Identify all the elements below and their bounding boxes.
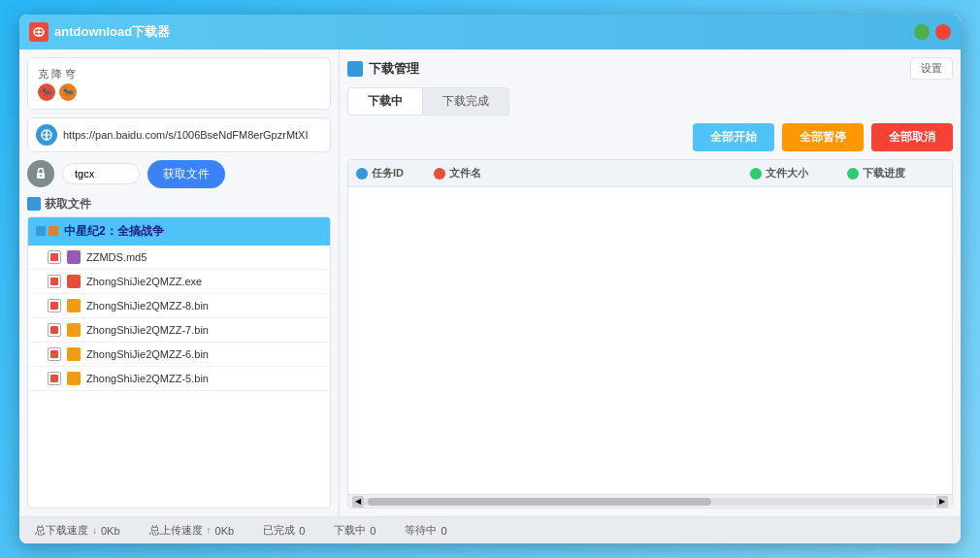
checkbox-6[interactable] — [48, 372, 61, 385]
settings-button[interactable]: 设置 — [910, 57, 953, 80]
cancel-all-button[interactable]: 全部取消 — [871, 123, 953, 151]
th-progress-label: 下载进度 — [863, 166, 905, 181]
title-bar: antdownload下载器 — [19, 15, 961, 49]
status-bar: 总下载速度 ↓ 0Kb 总上传速度 ↑ 0Kb 已完成 0 下载中 0 等待中 … — [19, 516, 961, 543]
list-item[interactable]: ZhongShiJie2QMZZ-8.bin — [28, 294, 330, 318]
th-task-id-icon — [356, 168, 368, 180]
tree-root[interactable]: 中星纪2：全搞战争 — [28, 217, 330, 246]
section-header-icon — [27, 197, 41, 211]
completed-value: 0 — [299, 525, 305, 537]
list-item[interactable]: ZhongShiJie2QMZZ-7.bin — [28, 318, 330, 343]
window-controls — [914, 24, 951, 40]
horizontal-scrollbar[interactable]: ◀ ▶ — [348, 494, 952, 508]
download-speed-item: 总下载速度 ↓ 0Kb — [35, 523, 120, 538]
list-item[interactable]: ZhongShiJie2QMZZ-5.bin — [28, 367, 330, 391]
close-button[interactable] — [935, 24, 951, 40]
upload-speed-label: 总上传速度 — [149, 523, 203, 538]
file-name-5: ZhongShiJie2QMZZ-6.bin — [86, 348, 209, 360]
left-panel: 克 降 穹 🐜 🐜 — [19, 49, 340, 516]
file-icon-bin4 — [67, 372, 81, 385]
checkbox-5[interactable] — [48, 347, 61, 361]
start-all-button[interactable]: 全部开始 — [693, 123, 774, 151]
table-header: 任务ID 文件名 文件大小 下载进度 — [348, 160, 952, 187]
file-icon-exe — [67, 275, 81, 288]
download-manager-title: 下载管理 — [347, 60, 419, 78]
svg-point-3 — [38, 31, 41, 34]
download-arrow-icon: ↓ — [92, 525, 97, 536]
download-speed-label: 总下载速度 — [35, 523, 88, 538]
tab-completed[interactable]: 下载完成 — [423, 87, 509, 115]
right-header: 下载管理 设置 — [347, 57, 953, 80]
downloading-label: 下载中 — [334, 523, 366, 538]
logo-char-1: 克 降 穹 — [38, 66, 77, 83]
waiting-value: 0 — [441, 525, 446, 537]
upload-speed-value: 0Kb — [215, 525, 235, 537]
pause-all-button[interactable]: 全部暂停 — [782, 123, 864, 151]
password-area: 获取文件 — [27, 160, 331, 188]
minimize-button[interactable] — [914, 24, 930, 40]
file-name-4: ZhongShiJie2QMZZ-7.bin — [86, 324, 209, 336]
logo-text: 克 降 穹 🐜 🐜 — [38, 66, 77, 101]
download-manager-icon — [347, 61, 363, 77]
th-task-id: 任务ID — [356, 166, 434, 181]
upload-arrow-icon: ↑ — [207, 525, 212, 536]
checkbox-3[interactable] — [48, 299, 61, 312]
file-name-2: ZhongShiJie2QMZZ.exe — [86, 276, 202, 287]
logo-icons: 🐜 🐜 — [38, 83, 77, 101]
file-icon-md5 — [67, 250, 81, 264]
table-body — [348, 187, 952, 494]
th-file-name-label: 文件名 — [449, 166, 481, 181]
list-item[interactable]: ZZMDS.md5 — [28, 246, 330, 270]
list-item[interactable]: ZhongShiJie2QMZZ.exe — [28, 270, 330, 294]
right-panel: 下载管理 设置 下载中 下载完成 全部开始 全部暂停 全部取消 — [340, 49, 961, 516]
url-icon — [36, 124, 57, 146]
fetch-button[interactable]: 获取文件 — [147, 160, 225, 188]
th-progress: 下载进度 — [847, 166, 944, 181]
download-manager-label: 下载管理 — [369, 60, 419, 78]
th-file-size-icon — [750, 168, 762, 180]
waiting-label: 等待中 — [405, 523, 437, 538]
th-task-id-label: 任务ID — [372, 166, 404, 181]
url-input[interactable] — [63, 129, 322, 141]
th-file-size: 文件大小 — [750, 166, 847, 181]
svg-point-7 — [40, 175, 42, 177]
tree-root-icon — [36, 226, 58, 236]
checkbox-2[interactable] — [48, 275, 61, 288]
th-file-name-icon — [434, 168, 445, 180]
tabs-row: 下载中 下载完成 — [347, 87, 953, 115]
logo-area: 克 降 穹 🐜 🐜 — [27, 57, 331, 110]
scrollbar-track[interactable] — [364, 498, 936, 506]
downloading-value: 0 — [370, 525, 376, 537]
checkbox-4[interactable] — [48, 323, 61, 337]
th-file-size-label: 文件大小 — [766, 166, 808, 181]
file-name-1: ZZMDS.md5 — [86, 251, 147, 263]
tree-icon-2 — [49, 226, 58, 236]
waiting-item: 等待中 0 — [405, 523, 446, 538]
download-speed-value: 0Kb — [101, 525, 120, 537]
th-progress-icon — [847, 168, 859, 180]
tree-root-label: 中星纪2：全搞战争 — [64, 223, 164, 240]
completed-item: 已完成 0 — [263, 523, 305, 538]
password-input[interactable] — [62, 163, 140, 184]
file-icon-bin1 — [67, 299, 81, 312]
action-buttons: 全部开始 全部暂停 全部取消 — [347, 123, 953, 151]
file-tree[interactable]: 中星纪2：全搞战争 ZZMDS.md5 ZhongShiJie2QMZZ.exe — [27, 216, 331, 509]
downloading-item: 下载中 0 — [334, 523, 376, 538]
left-section-header: 获取文件 — [27, 196, 331, 213]
title-bar-text: antdownload下载器 — [54, 23, 170, 41]
completed-label: 已完成 — [263, 523, 295, 538]
file-name-3: ZhongShiJie2QMZZ-8.bin — [86, 300, 209, 312]
scrollbar-thumb[interactable] — [368, 498, 711, 506]
upload-speed-item: 总上传速度 ↑ 0Kb — [149, 523, 235, 538]
th-file-name: 文件名 — [434, 166, 750, 181]
scroll-left-arrow[interactable]: ◀ — [352, 496, 364, 508]
list-item[interactable]: ZhongShiJie2QMZZ-6.bin — [28, 343, 330, 367]
app-window: antdownload下载器 克 降 穹 🐜 🐜 — [19, 15, 961, 543]
app-icon — [29, 22, 49, 42]
checkbox-1[interactable] — [48, 250, 61, 264]
tree-icon-1 — [36, 226, 46, 236]
lock-icon — [27, 160, 54, 187]
tab-downloading[interactable]: 下载中 — [347, 87, 423, 115]
scroll-right-arrow[interactable]: ▶ — [936, 496, 948, 508]
url-area — [27, 117, 331, 152]
